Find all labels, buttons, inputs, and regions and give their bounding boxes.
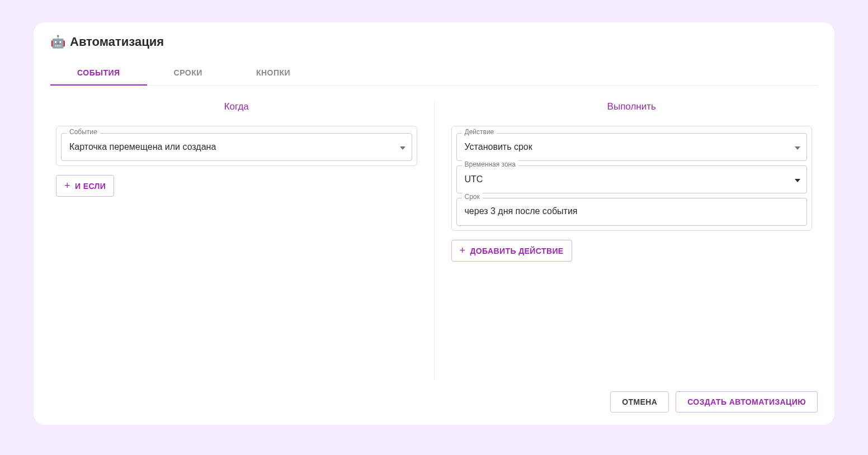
add-action-label: ДОБАВИТЬ ДЕЙСТВИЕ — [470, 247, 563, 255]
create-automation-button[interactable]: СОЗДАТЬ АВТОМАТИЗАЦИЮ — [676, 391, 818, 413]
chevron-down-icon — [400, 142, 405, 152]
deadline-field: Срок через 3 дня после события — [456, 198, 808, 226]
tab-buttons[interactable]: КНОПКИ — [229, 60, 317, 85]
plus-icon: + — [64, 180, 70, 192]
footer: ОТМЕНА СОЗДАТЬ АВТОМАТИЗАЦИЮ — [50, 391, 818, 413]
event-field: Событие Карточка перемещена или создана — [61, 133, 412, 161]
action-select-value: Установить срок — [465, 142, 785, 152]
timezone-select-value: UTC — [465, 174, 785, 184]
timezone-field: Временная зона UTC — [456, 165, 808, 193]
tab-deadlines[interactable]: СРОКИ — [147, 60, 229, 85]
add-condition-label: И ЕСЛИ — [75, 182, 106, 191]
chevron-down-icon — [795, 174, 800, 184]
plus-icon: + — [460, 245, 466, 257]
page-title-text: Автоматизация — [70, 35, 164, 49]
execute-title: Выполнить — [451, 101, 813, 112]
event-select-value: Карточка перемещена или создана — [69, 142, 389, 152]
deadline-input[interactable]: через 3 дня после события — [456, 198, 808, 226]
cancel-button[interactable]: ОТМЕНА — [610, 391, 669, 413]
tabs: СОБЫТИЯ СРОКИ КНОПКИ — [50, 60, 818, 86]
when-column: Когда Событие Карточка перемещена или со… — [50, 101, 435, 380]
execute-field-group: Действие Установить срок Временная зона … — [451, 126, 813, 231]
action-field: Действие Установить срок — [456, 133, 808, 161]
timezone-select[interactable]: UTC — [456, 165, 808, 193]
content-area: Когда Событие Карточка перемещена или со… — [50, 101, 818, 380]
automation-dialog: 🤖 Автоматизация СОБЫТИЯ СРОКИ КНОПКИ Ког… — [34, 22, 834, 425]
page-title: 🤖 Автоматизация — [50, 35, 818, 49]
action-field-label: Действие — [462, 128, 497, 136]
deadline-input-value: через 3 дня после события — [465, 206, 578, 216]
when-title: Когда — [56, 101, 417, 112]
deadline-field-label: Срок — [462, 193, 483, 201]
add-action-button[interactable]: + ДОБАВИТЬ ДЕЙСТВИЕ — [451, 240, 572, 262]
event-select[interactable]: Карточка перемещена или создана — [61, 133, 412, 161]
event-field-label: Событие — [67, 128, 100, 136]
tab-events[interactable]: СОБЫТИЯ — [50, 60, 147, 85]
timezone-field-label: Временная зона — [462, 160, 518, 168]
chevron-down-icon — [795, 142, 800, 152]
when-field-group: Событие Карточка перемещена или создана — [56, 126, 417, 166]
execute-column: Выполнить Действие Установить срок Време… — [435, 101, 818, 380]
action-select[interactable]: Установить срок — [456, 133, 808, 161]
add-condition-button[interactable]: + И ЕСЛИ — [56, 175, 114, 197]
robot-icon: 🤖 — [50, 35, 65, 49]
